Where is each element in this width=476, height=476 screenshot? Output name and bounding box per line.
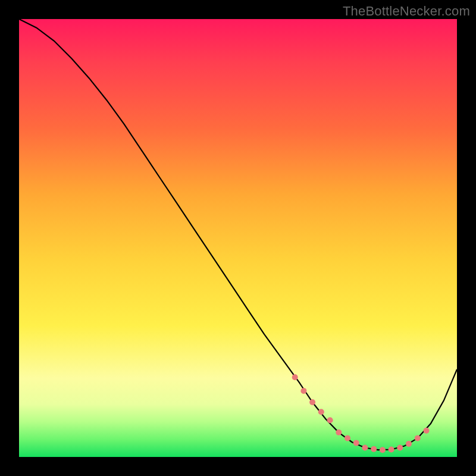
chart-container: TheBottleNecker.com [0,0,476,476]
trough-dot [300,388,306,394]
watermark-text: TheBottleNecker.com [343,4,470,19]
trough-dot [380,447,386,453]
trough-dot [415,435,421,441]
trough-dot [353,440,359,446]
trough-dot [371,446,377,452]
trough-dot [309,399,315,405]
trough-dot [406,441,412,447]
curve-svg [19,19,457,457]
trough-dot [424,428,430,434]
trough-dot [327,417,333,423]
trough-dot [292,374,298,380]
trough-dot [397,445,403,451]
bottleneck-curve [19,19,457,450]
trough-dots [292,374,430,453]
trough-dot [362,445,368,451]
plot-area [19,19,457,457]
trough-dot [389,447,394,453]
trough-dot [336,430,342,436]
trough-dot [318,409,324,415]
trough-dot [345,435,350,441]
